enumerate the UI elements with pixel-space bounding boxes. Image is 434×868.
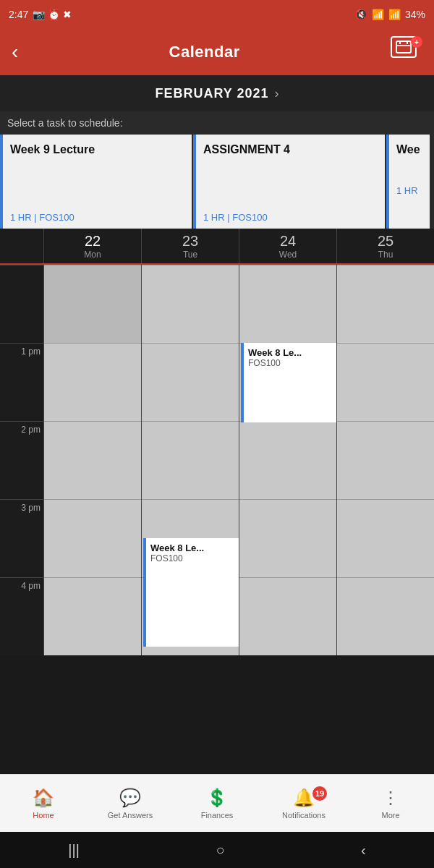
time-slot-half [0, 265, 43, 343]
month-header[interactable]: FEBRUARY 2021 › [0, 75, 434, 111]
android-back-btn[interactable]: ‹ [361, 842, 366, 859]
event-title-wed: Week 8 Le... [248, 347, 332, 358]
cell-24-2[interactable] [239, 421, 336, 499]
event-title-tue: Week 8 Le... [150, 542, 234, 553]
task-card-1[interactable]: ASSIGNMENT 4 1 HR | FOS100 [193, 135, 385, 229]
time-column: 1 pm 2 pm 3 pm 4 pm [0, 265, 43, 655]
event-week8-tue[interactable]: Week 8 Le... FOS100 [143, 538, 239, 647]
day-num-23: 23 [182, 232, 198, 250]
calendar-area: 22 Mon 23 Tue 24 Wed 25 Thu 1 pm 2 pm [0, 229, 434, 655]
task-card-partial-meta: 1 HR [396, 185, 422, 196]
status-right: 🔇 📶 📶 34% [355, 9, 425, 20]
time-label-4pm: 4 pm [21, 581, 41, 591]
day-header-22: 22 Mon [43, 229, 141, 263]
cell-22-1[interactable] [44, 343, 141, 421]
cell-22-0[interactable] [44, 265, 141, 343]
finances-icon: 💲 [206, 788, 228, 808]
day-num-24: 24 [280, 232, 296, 250]
day-header-23: 23 Tue [141, 229, 239, 263]
day-col-25[interactable] [336, 265, 434, 655]
time-label-2pm: 2 pm [21, 425, 41, 435]
month-title: FEBRUARY 2021 [155, 86, 268, 101]
cell-25-2[interactable] [337, 421, 434, 499]
cell-22-4[interactable] [44, 577, 141, 655]
add-calendar-button[interactable]: + [391, 36, 422, 68]
task-card-partial-title: Wee [396, 143, 422, 156]
day-num-22: 22 [85, 232, 101, 250]
event-sub-wed: FOS100 [248, 358, 332, 368]
month-arrow: › [275, 86, 279, 101]
day-name-23: Tue [183, 250, 197, 260]
task-card-0[interactable]: Week 9 Lecture 1 HR | FOS100 [0, 135, 192, 229]
day-name-22: Mon [84, 250, 101, 260]
day-col-22[interactable] [43, 265, 141, 655]
cell-25-1[interactable] [337, 343, 434, 421]
top-bar: ‹ Calendar + [0, 29, 434, 75]
nav-home[interactable]: 🏠 Home [0, 788, 87, 820]
time-label-3pm: 3 pm [21, 503, 41, 513]
task-select-label: Select a task to schedule: [0, 111, 434, 135]
time-col-header [0, 229, 43, 263]
days-grid: Week 8 Le... FOS100 Week 8 Le... FOS100 [43, 265, 434, 655]
cell-24-4[interactable] [239, 577, 336, 655]
cell-24-0[interactable] [239, 265, 336, 343]
android-home-btn[interactable]: ○ [216, 842, 224, 859]
status-battery: 34% [405, 9, 425, 20]
bottom-nav: 🏠 Home 💬 Get Answers 💲 Finances 🔔 19 Not… [0, 774, 434, 832]
day-header-25: 25 Thu [336, 229, 434, 263]
cell-22-3[interactable] [44, 499, 141, 577]
nav-more[interactable]: ⋮ More [347, 788, 434, 820]
day-name-24: Wed [279, 250, 297, 260]
back-button[interactable]: ‹ [12, 41, 18, 64]
nav-home-label: Home [33, 811, 54, 820]
time-slot-4pm: 4 pm [0, 577, 43, 655]
event-week8-wed[interactable]: Week 8 Le... FOS100 [241, 343, 336, 422]
time-grid: 1 pm 2 pm 3 pm 4 pm [0, 265, 434, 655]
notifications-badge: 19 [312, 786, 327, 801]
time-slot-3pm: 3 pm [0, 499, 43, 577]
cell-22-2[interactable] [44, 421, 141, 499]
status-icons: 📷 ⏰ ✖ [33, 9, 72, 20]
cell-24-3[interactable] [239, 499, 336, 577]
day-num-25: 25 [378, 232, 393, 250]
time-label-1pm: 1 pm [21, 346, 41, 357]
day-headers: 22 Mon 23 Tue 24 Wed 25 Thu [0, 229, 434, 265]
task-card-meta-1: 1 HR | FOS100 [203, 212, 378, 223]
cell-23-0[interactable] [142, 265, 239, 343]
get-answers-icon: 💬 [119, 788, 141, 808]
nav-more-label: More [381, 811, 399, 820]
nav-finances[interactable]: 💲 Finances [174, 788, 260, 820]
nav-finances-label: Finances [201, 811, 234, 820]
day-col-23[interactable]: Week 8 Le... FOS100 [141, 265, 239, 655]
cell-23-1[interactable] [142, 343, 239, 421]
nav-notifications-label: Notifications [282, 811, 326, 820]
notifications-icon: 🔔 [293, 788, 315, 808]
status-mute-icon: 🔇 [355, 9, 367, 20]
task-card-title-0: Week 9 Lecture [10, 143, 184, 156]
task-card-partial[interactable]: Wee 1 HR [386, 135, 430, 229]
nav-get-answers-label: Get Answers [108, 811, 153, 820]
cell-25-3[interactable] [337, 499, 434, 577]
status-bar: 2:47 📷 ⏰ ✖ 🔇 📶 📶 34% [0, 0, 434, 29]
day-name-25: Thu [378, 250, 393, 260]
task-cards-row: Week 9 Lecture 1 HR | FOS100 ASSIGNMENT … [0, 135, 434, 229]
day-col-24[interactable]: Week 8 Le... FOS100 [239, 265, 336, 655]
svg-rect-0 [396, 41, 411, 53]
task-card-title-1: ASSIGNMENT 4 [203, 143, 378, 156]
nav-get-answers[interactable]: 💬 Get Answers [87, 788, 174, 820]
event-sub-tue: FOS100 [150, 553, 234, 563]
cell-23-2[interactable] [142, 421, 239, 499]
cell-25-4[interactable] [337, 577, 434, 655]
cell-25-0[interactable] [337, 265, 434, 343]
add-badge: + [411, 36, 422, 48]
status-signal-icon: 📶 [388, 9, 401, 20]
android-recent-btn[interactable]: ||| [68, 842, 80, 859]
status-time: 2:47 [9, 9, 28, 20]
home-icon: 🏠 [33, 788, 54, 808]
time-slot-2pm: 2 pm [0, 421, 43, 499]
status-wifi-icon: 📶 [372, 9, 384, 20]
nav-notifications[interactable]: 🔔 19 Notifications [260, 788, 347, 820]
more-icon: ⋮ [382, 788, 399, 808]
page-title: Calendar [169, 43, 240, 61]
task-card-meta-0: 1 HR | FOS100 [10, 212, 184, 223]
